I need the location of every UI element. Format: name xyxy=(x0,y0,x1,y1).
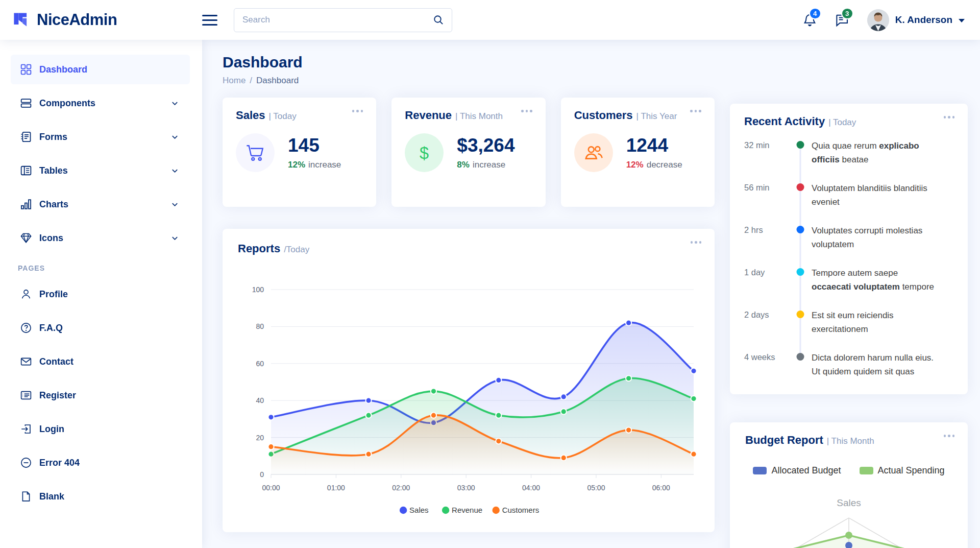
dollar-icon: $ xyxy=(414,142,434,163)
activity-text: Tempore autem saepeoccaecati voluptatem … xyxy=(812,266,953,308)
card-title: Revenue xyxy=(405,109,452,122)
svg-text:01:00: 01:00 xyxy=(327,484,345,492)
sidebar: Dashboard Components Forms Tables xyxy=(0,40,202,548)
sidebar-item-tables[interactable]: Tables xyxy=(11,156,190,185)
sidebar-item-faq[interactable]: F.A.Q xyxy=(11,313,190,343)
svg-text:05:00: 05:00 xyxy=(587,484,605,492)
svg-text:$: $ xyxy=(420,144,429,162)
card-menu-icon[interactable] xyxy=(350,108,365,114)
sidebar-item-dashboard[interactable]: Dashboard xyxy=(11,55,190,84)
card-menu-icon[interactable] xyxy=(942,433,957,439)
reports-title: Reports xyxy=(238,242,280,255)
activity-text: Est sit eum reiciendisexercitationem xyxy=(812,308,953,350)
activity-title: Recent Activity xyxy=(744,115,825,128)
search-icon xyxy=(433,15,444,25)
sidebar-item-charts[interactable]: Charts xyxy=(11,189,190,219)
customers-trend: decrease xyxy=(647,160,682,170)
cart-icon xyxy=(246,143,265,162)
activity-dot-icon xyxy=(797,268,804,276)
svg-text:06:00: 06:00 xyxy=(652,484,670,492)
brand-logo[interactable]: NiceAdmin xyxy=(12,11,202,29)
legend-item-allocated-budget[interactable]: Allocated Budget xyxy=(753,465,841,476)
activity-item: 32 minQuia quae rerum explicaboofficiis … xyxy=(744,138,953,181)
sidebar-item-register[interactable]: Register xyxy=(11,380,190,410)
people-icon xyxy=(584,143,603,162)
activity-item: 2 daysEst sit eum reiciendisexercitation… xyxy=(744,308,953,350)
sidebar-section-pages: PAGES xyxy=(18,264,190,272)
card-menu-icon[interactable] xyxy=(689,239,704,246)
svg-text:Revenue: Revenue xyxy=(452,506,482,514)
sales-trend: increase xyxy=(308,160,341,170)
sidebar-item-label: Profile xyxy=(39,289,68,300)
chevron-down-icon xyxy=(171,201,179,208)
activity-text: Voluptates corrupti molestiasvoluptatem xyxy=(812,223,953,266)
card-menu-icon[interactable] xyxy=(519,108,534,114)
svg-text:02:00: 02:00 xyxy=(392,484,410,492)
activity-text: Quia quae rerum explicaboofficiis beatae xyxy=(812,138,953,181)
sidebar-item-label: Contact xyxy=(39,356,74,367)
sidebar-toggle-icon[interactable] xyxy=(202,15,217,26)
svg-text:100: 100 xyxy=(252,285,264,294)
sidebar-item-forms[interactable]: Forms xyxy=(11,122,190,152)
chevron-down-icon xyxy=(171,234,179,242)
activity-time: 32 min xyxy=(744,138,789,181)
reports-line-chart: 02040608010000:0001:0002:0003:0004:0005:… xyxy=(238,282,699,522)
card-list-icon xyxy=(20,390,32,401)
revenue-trend: increase xyxy=(473,160,505,170)
reports-card: Reports/Today 02040608010000:0001:0002:0… xyxy=(223,229,715,532)
search-form xyxy=(234,8,452,32)
activity-item: 56 minVoluptatem blanditiis blanditiisev… xyxy=(744,181,953,223)
sidebar-item-label: Blank xyxy=(39,491,64,502)
breadcrumb: Home/Dashboard xyxy=(223,76,968,86)
card-menu-icon[interactable] xyxy=(688,108,703,114)
header-actions: 4 3 xyxy=(803,9,965,31)
search-input[interactable] xyxy=(234,15,428,25)
sidebar-item-components[interactable]: Components xyxy=(11,88,190,118)
activity-timeline xyxy=(789,223,812,266)
sidebar-item-login[interactable]: Login xyxy=(11,414,190,444)
profile-name: K. Anderson xyxy=(895,14,952,26)
svg-text:04:00: 04:00 xyxy=(522,484,540,492)
sidebar-item-icons[interactable]: Icons xyxy=(11,223,190,253)
activity-timeline xyxy=(789,138,812,181)
card-menu-icon[interactable] xyxy=(942,114,957,121)
activity-time: 1 day xyxy=(744,266,789,308)
sidebar-item-error-404[interactable]: Error 404 xyxy=(11,448,190,478)
search-button[interactable] xyxy=(428,10,449,30)
breadcrumb-home[interactable]: Home xyxy=(223,76,246,85)
legend-label: Allocated Budget xyxy=(771,465,841,476)
envelope-icon xyxy=(20,356,32,367)
notifications-button[interactable]: 4 xyxy=(803,13,817,27)
card-filter: | Today xyxy=(269,111,297,121)
profile-menu[interactable]: K. Anderson xyxy=(867,9,965,31)
sidebar-item-label: Icons xyxy=(39,233,63,244)
budget-report-card: Budget Report| This Month Allocated Budg… xyxy=(730,422,968,548)
box-arrow-in-right-icon xyxy=(20,423,32,435)
activity-time: 4 weeks xyxy=(744,350,789,393)
activity-dot-icon xyxy=(797,141,804,149)
file-icon xyxy=(20,491,32,502)
sidebar-item-profile[interactable]: Profile xyxy=(11,279,190,309)
customers-percent: 12% xyxy=(626,160,644,170)
activity-timeline xyxy=(789,308,812,350)
main-content: Dashboard Home/Dashboard Sales| Today xyxy=(202,40,980,548)
activity-text: Dicta dolorem harum nulla eius.Ut quidem… xyxy=(812,350,953,393)
legend-swatch xyxy=(753,467,767,474)
legend-item-actual-spending[interactable]: Actual Spending xyxy=(860,465,945,476)
reports-filter: /Today xyxy=(284,245,309,254)
tables-icon xyxy=(20,165,32,176)
sidebar-item-contact[interactable]: Contact xyxy=(11,347,190,376)
sidebar-item-label: Register xyxy=(39,390,76,401)
notifications-badge: 4 xyxy=(809,8,821,19)
sales-icon-circle xyxy=(236,133,275,172)
sidebar-item-blank[interactable]: Blank xyxy=(11,482,190,511)
activity-item: 1 dayTempore autem saepeoccaecati volupt… xyxy=(744,266,953,308)
messages-button[interactable]: 3 xyxy=(835,13,849,27)
page-title: Dashboard xyxy=(223,54,968,71)
card-title: Sales xyxy=(236,109,265,122)
legend-swatch xyxy=(860,467,873,474)
person-icon xyxy=(20,289,32,300)
revenue-value: $3,264 xyxy=(457,136,514,155)
sidebar-item-label: F.A.Q xyxy=(39,323,63,333)
svg-text:00:00: 00:00 xyxy=(262,484,280,492)
